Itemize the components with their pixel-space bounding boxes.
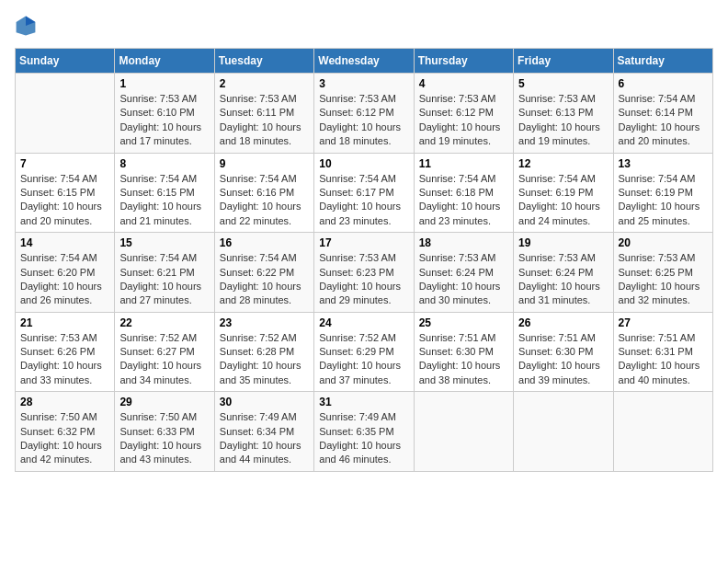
day-number: 15	[119, 236, 209, 249]
calendar-cell	[16, 74, 115, 154]
day-of-week-header: Monday	[115, 49, 214, 74]
day-number: 2	[220, 77, 309, 90]
calendar-cell: 4 Sunrise: 7:53 AM Sunset: 6:12 PM Dayli…	[414, 74, 513, 154]
calendar-cell: 20 Sunrise: 7:53 AM Sunset: 6:25 PM Dayl…	[613, 233, 712, 313]
daylight: Daylight: 10 hours and 44 minutes.	[220, 439, 309, 467]
daylight: Daylight: 10 hours and 33 minutes.	[20, 359, 109, 387]
sunrise: Sunrise: 7:53 AM	[619, 251, 708, 265]
day-of-week-header: Tuesday	[214, 49, 313, 74]
daylight: Daylight: 10 hours and 24 minutes.	[518, 200, 608, 228]
calendar-week-row: 21 Sunrise: 7:53 AM Sunset: 6:26 PM Dayl…	[16, 312, 713, 392]
day-info: Sunrise: 7:54 AM Sunset: 6:16 PM Dayligh…	[220, 172, 309, 229]
sunset: Sunset: 6:26 PM	[20, 345, 109, 359]
calendar-cell: 17 Sunrise: 7:53 AM Sunset: 6:23 PM Dayl…	[314, 233, 414, 313]
sunset: Sunset: 6:33 PM	[119, 425, 209, 439]
calendar-cell: 27 Sunrise: 7:51 AM Sunset: 6:31 PM Dayl…	[613, 312, 712, 392]
sunset: Sunset: 6:24 PM	[419, 266, 508, 280]
calendar-cell: 3 Sunrise: 7:53 AM Sunset: 6:12 PM Dayli…	[314, 74, 414, 154]
day-number: 10	[319, 157, 408, 170]
day-number: 4	[419, 77, 508, 90]
daylight: Daylight: 10 hours and 27 minutes.	[119, 280, 209, 308]
sunset: Sunset: 6:11 PM	[220, 106, 309, 120]
day-info: Sunrise: 7:53 AM Sunset: 6:12 PM Dayligh…	[319, 92, 408, 149]
sunset: Sunset: 6:23 PM	[319, 266, 408, 280]
sunset: Sunset: 6:20 PM	[20, 266, 109, 280]
daylight: Daylight: 10 hours and 34 minutes.	[119, 359, 209, 387]
sunrise: Sunrise: 7:50 AM	[119, 410, 209, 424]
day-info: Sunrise: 7:53 AM Sunset: 6:13 PM Dayligh…	[518, 92, 608, 149]
sunset: Sunset: 6:22 PM	[220, 266, 309, 280]
calendar-cell: 16 Sunrise: 7:54 AM Sunset: 6:22 PM Dayl…	[214, 233, 313, 313]
calendar-cell: 14 Sunrise: 7:54 AM Sunset: 6:20 PM Dayl…	[16, 233, 115, 313]
daylight: Daylight: 10 hours and 18 minutes.	[319, 121, 408, 149]
day-number: 6	[619, 77, 708, 90]
sunrise: Sunrise: 7:53 AM	[220, 92, 309, 106]
sunrise: Sunrise: 7:54 AM	[619, 92, 708, 106]
daylight: Daylight: 10 hours and 30 minutes.	[419, 280, 508, 308]
day-number: 12	[518, 157, 608, 170]
sunset: Sunset: 6:18 PM	[419, 186, 508, 200]
day-info: Sunrise: 7:49 AM Sunset: 6:35 PM Dayligh…	[319, 410, 408, 467]
sunset: Sunset: 6:15 PM	[20, 186, 109, 200]
day-number: 18	[419, 236, 508, 249]
sunrise: Sunrise: 7:52 AM	[119, 331, 209, 345]
day-info: Sunrise: 7:53 AM Sunset: 6:24 PM Dayligh…	[518, 251, 608, 308]
sunrise: Sunrise: 7:52 AM	[319, 331, 408, 345]
calendar-cell: 31 Sunrise: 7:49 AM Sunset: 6:35 PM Dayl…	[314, 392, 414, 472]
day-info: Sunrise: 7:50 AM Sunset: 6:33 PM Dayligh…	[119, 410, 209, 467]
day-info: Sunrise: 7:53 AM Sunset: 6:10 PM Dayligh…	[119, 92, 209, 149]
day-info: Sunrise: 7:54 AM Sunset: 6:15 PM Dayligh…	[20, 172, 109, 229]
sunrise: Sunrise: 7:54 AM	[220, 251, 309, 265]
day-of-week-header: Friday	[514, 49, 613, 74]
day-number: 14	[20, 236, 109, 249]
daylight: Daylight: 10 hours and 26 minutes.	[20, 280, 109, 308]
day-number: 17	[319, 236, 408, 249]
sunrise: Sunrise: 7:54 AM	[619, 172, 708, 186]
daylight: Daylight: 10 hours and 25 minutes.	[619, 200, 708, 228]
day-number: 7	[20, 157, 109, 170]
calendar-cell: 10 Sunrise: 7:54 AM Sunset: 6:17 PM Dayl…	[314, 153, 414, 233]
daylight: Daylight: 10 hours and 20 minutes.	[20, 200, 109, 228]
calendar-cell: 18 Sunrise: 7:53 AM Sunset: 6:24 PM Dayl…	[414, 233, 513, 313]
daylight: Daylight: 10 hours and 38 minutes.	[419, 359, 508, 387]
sunrise: Sunrise: 7:53 AM	[419, 251, 508, 265]
day-info: Sunrise: 7:53 AM Sunset: 6:24 PM Dayligh…	[419, 251, 508, 308]
calendar-header-row: SundayMondayTuesdayWednesdayThursdayFrid…	[16, 49, 713, 74]
sunset: Sunset: 6:25 PM	[619, 266, 708, 280]
daylight: Daylight: 10 hours and 19 minutes.	[419, 121, 508, 149]
day-number: 23	[220, 316, 309, 329]
sunset: Sunset: 6:29 PM	[319, 345, 408, 359]
sunset: Sunset: 6:12 PM	[319, 106, 408, 120]
sunset: Sunset: 6:30 PM	[419, 345, 508, 359]
daylight: Daylight: 10 hours and 29 minutes.	[319, 280, 408, 308]
sunset: Sunset: 6:24 PM	[518, 266, 608, 280]
calendar-cell	[414, 392, 513, 472]
day-number: 24	[319, 316, 408, 329]
day-info: Sunrise: 7:53 AM Sunset: 6:11 PM Dayligh…	[220, 92, 309, 149]
day-number: 19	[518, 236, 608, 249]
sunrise: Sunrise: 7:49 AM	[319, 410, 408, 424]
day-info: Sunrise: 7:52 AM Sunset: 6:29 PM Dayligh…	[319, 331, 408, 388]
sunrise: Sunrise: 7:51 AM	[518, 331, 608, 345]
calendar-cell: 21 Sunrise: 7:53 AM Sunset: 6:26 PM Dayl…	[16, 312, 115, 392]
page-header	[15, 15, 713, 37]
day-info: Sunrise: 7:53 AM Sunset: 6:25 PM Dayligh…	[619, 251, 708, 308]
sunrise: Sunrise: 7:53 AM	[319, 92, 408, 106]
day-number: 28	[20, 396, 109, 408]
daylight: Daylight: 10 hours and 20 minutes.	[619, 121, 708, 149]
sunset: Sunset: 6:31 PM	[619, 345, 708, 359]
sunrise: Sunrise: 7:53 AM	[119, 92, 209, 106]
day-number: 3	[319, 77, 408, 90]
sunset: Sunset: 6:19 PM	[518, 186, 608, 200]
calendar-cell: 13 Sunrise: 7:54 AM Sunset: 6:19 PM Dayl…	[613, 153, 712, 233]
day-number: 27	[619, 316, 708, 329]
daylight: Daylight: 10 hours and 39 minutes.	[518, 359, 608, 387]
sunset: Sunset: 6:16 PM	[220, 186, 309, 200]
sunset: Sunset: 6:12 PM	[419, 106, 508, 120]
day-info: Sunrise: 7:52 AM Sunset: 6:27 PM Dayligh…	[119, 331, 209, 388]
calendar-cell: 24 Sunrise: 7:52 AM Sunset: 6:29 PM Dayl…	[314, 312, 414, 392]
day-info: Sunrise: 7:54 AM Sunset: 6:18 PM Dayligh…	[419, 172, 508, 229]
sunset: Sunset: 6:13 PM	[518, 106, 608, 120]
sunrise: Sunrise: 7:54 AM	[20, 172, 109, 186]
daylight: Daylight: 10 hours and 22 minutes.	[220, 200, 309, 228]
